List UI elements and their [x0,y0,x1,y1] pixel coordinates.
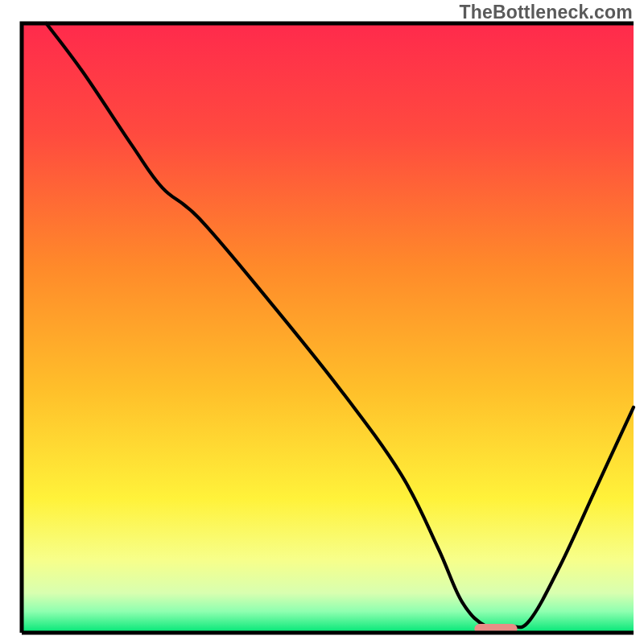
watermark-text: TheBottleneck.com [459,2,633,23]
chart-container: TheBottleneck.com [0,0,644,644]
bottleneck-chart [0,0,644,644]
